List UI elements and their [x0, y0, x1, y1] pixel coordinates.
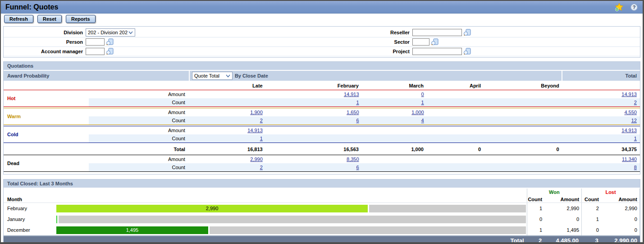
reseller-lookup-icon[interactable] [463, 29, 471, 36]
lost-count-value: 2 [581, 203, 601, 214]
account-manager-lookup-icon[interactable] [106, 48, 114, 55]
count-row-label: Count [89, 165, 189, 170]
dead-count-total-link[interactable]: 8 [634, 165, 637, 170]
reseller-input[interactable] [412, 29, 462, 36]
project-input[interactable] [412, 48, 462, 55]
reports-button[interactable]: Reports [66, 15, 96, 23]
lost-header: Lost [581, 189, 640, 196]
division-filter-row: Division 202 - Division 202 [4, 28, 312, 37]
column-late: Late [189, 83, 266, 88]
dead-amount-february-link[interactable]: 8,350 [347, 157, 359, 162]
dead-amount-late-link[interactable]: 2,990 [250, 157, 263, 162]
closed-total-label: Total [4, 237, 527, 244]
warm-count-march-link[interactable]: 4 [421, 118, 424, 123]
total-beyond: 0 [484, 147, 562, 152]
warm-label: Warm [4, 108, 89, 124]
won-amount-bar [56, 216, 59, 223]
lost-amount-value: 2,990 [601, 203, 640, 214]
warm-amount-february-link[interactable]: 1,650 [347, 110, 359, 115]
warm-count-total-link[interactable]: 12 [631, 118, 637, 123]
won-amount-value: 2,990 [544, 203, 581, 214]
division-label: Division [4, 30, 86, 35]
quotations-section-header: Quotations [4, 62, 640, 70]
closed-row-february: February 2,990 1 2,990 2 2,990 [4, 203, 640, 214]
closed-total-won-count: 2 [527, 237, 545, 244]
hot-amount-total-link[interactable]: 14,913 [621, 92, 637, 97]
funnel-quotes-page: Funnel: Quotes ? Refresh Reset Reports [0, 0, 644, 244]
column-march: March [362, 83, 427, 88]
sector-label: Sector [312, 39, 412, 45]
won-amount-value: 1,495 [544, 225, 581, 235]
lost-count-value: 0 [581, 225, 601, 235]
project-label: Project [312, 49, 412, 54]
cold-amount-total-link[interactable]: 14,913 [621, 128, 637, 133]
hot-amount-march-link[interactable]: 0 [421, 92, 424, 97]
award-probability-label: Award Probability [4, 71, 189, 81]
warm-amount-march-link[interactable]: 1,000 [411, 110, 424, 115]
won-count-header: Count [527, 196, 545, 203]
hot-count-february-link[interactable]: 1 [356, 100, 359, 105]
count-row-label: Count [89, 136, 189, 141]
amount-row-label: Amount [89, 92, 189, 97]
project-filter-row: Project [312, 47, 640, 56]
warm-count-february-link[interactable]: 6 [356, 118, 359, 123]
award-probability-row: Award Probability Quote Total By Close D… [4, 71, 640, 81]
lost-amount-value: 0 [601, 225, 640, 235]
won-count-value: 1 [527, 203, 545, 214]
total-late: 16,813 [189, 147, 266, 152]
column-april: April [427, 83, 484, 88]
hot-count-total-link[interactable]: 2 [634, 100, 637, 105]
bar-track [56, 216, 525, 223]
sector-lookup-icon[interactable] [431, 38, 438, 46]
account-manager-input[interactable] [86, 48, 105, 55]
won-lost-header-row: Won Lost [4, 189, 640, 196]
cold-amount-row: Amount 14,913 14,913 [89, 126, 640, 134]
won-amount-value: 0 [544, 214, 581, 225]
warm-amount-total-link[interactable]: 4,550 [624, 110, 637, 115]
warm-count-row: Count 2 6 4 12 [89, 116, 640, 124]
help-icon[interactable]: ? [630, 3, 638, 11]
sector-input[interactable] [412, 38, 429, 46]
bar-value-label: 2,990 [206, 206, 219, 211]
total-february: 16,563 [266, 147, 362, 152]
column-february: February [266, 83, 362, 88]
warm-count-late-link[interactable]: 2 [260, 118, 263, 123]
cold-count-total-link[interactable]: 1 [634, 136, 637, 141]
cold-section: Cold Amount 14,913 14,913 Count 1 [4, 126, 640, 143]
hot-amount-february-link[interactable]: 14,913 [344, 92, 359, 97]
count-row-label: Count [89, 118, 189, 123]
favorite-star-icon[interactable] [615, 3, 624, 11]
won-amount-bar: 1,495 [56, 226, 210, 234]
dead-count-late-link[interactable]: 2 [260, 165, 263, 170]
hot-label: Hot [4, 90, 89, 106]
cold-count-late-link[interactable]: 1 [260, 136, 263, 141]
chevron-down-icon [226, 74, 230, 78]
cold-amount-late-link[interactable]: 14,913 [247, 128, 263, 133]
dead-label: Dead [4, 155, 89, 171]
dead-count-row: Count 2 6 8 [89, 163, 640, 171]
warm-section: Warm Amount 1,900 1,650 1,000 4,550 Coun… [4, 108, 640, 125]
month-label: December [4, 227, 56, 233]
hot-count-march-link[interactable]: 1 [421, 100, 424, 105]
count-row-label: Count [89, 100, 189, 105]
title-bar: Funnel: Quotes ? [1, 1, 643, 14]
won-amount-bar: 2,990 [56, 205, 369, 212]
dead-amount-total-link[interactable]: 11,340 [622, 157, 637, 162]
division-select[interactable]: 202 - Division 202 [86, 28, 135, 37]
closed-total-won-amount: 4,485.00 [544, 237, 581, 244]
measure-select[interactable]: Quote Total [192, 72, 233, 80]
won-count-value: 0 [527, 214, 545, 225]
reset-button[interactable]: Reset [37, 15, 62, 23]
person-lookup-icon[interactable] [106, 38, 114, 46]
person-label: Person [4, 39, 86, 45]
refresh-button[interactable]: Refresh [4, 15, 33, 23]
won-header: Won [527, 189, 581, 196]
closed-row-january: January 0 0 1 0 [4, 214, 640, 225]
quotations-total-label: Total [89, 147, 189, 152]
dead-count-february-link[interactable]: 6 [356, 165, 359, 170]
dead-section: Dead Amount 2,990 8,350 11,340 Count 2 [4, 155, 640, 172]
warm-amount-late-link[interactable]: 1,900 [250, 110, 263, 115]
person-input[interactable] [86, 38, 105, 46]
closed-total-row: Total 2 4,485.00 3 2,990.00 [4, 235, 640, 244]
project-lookup-icon[interactable] [463, 48, 471, 55]
